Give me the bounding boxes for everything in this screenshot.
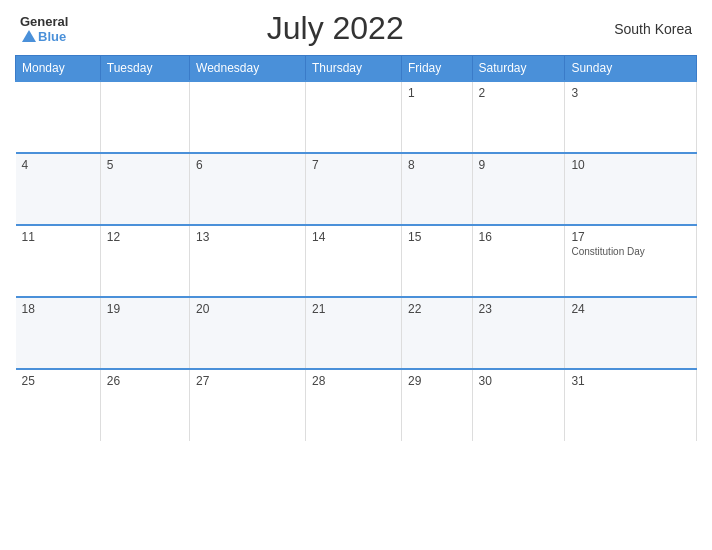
cell-w1-d6: 2 (472, 81, 565, 153)
header-wednesday: Wednesday (190, 56, 306, 82)
cell-w5-d6: 30 (472, 369, 565, 441)
cell-w1-d5: 1 (401, 81, 472, 153)
cell-w2-d4: 7 (305, 153, 401, 225)
cell-w4-d3: 20 (190, 297, 306, 369)
day-number: 10 (571, 158, 690, 172)
week-row-4: 18192021222324 (16, 297, 697, 369)
day-number: 28 (312, 374, 395, 388)
day-number: 15 (408, 230, 466, 244)
cell-w2-d2: 5 (100, 153, 189, 225)
day-number: 24 (571, 302, 690, 316)
cell-w4-d6: 23 (472, 297, 565, 369)
logo-blue-text: Blue (38, 29, 66, 44)
cell-w4-d7: 24 (565, 297, 697, 369)
day-number: 14 (312, 230, 395, 244)
cell-w1-d1 (16, 81, 101, 153)
cell-w2-d3: 6 (190, 153, 306, 225)
day-number: 9 (479, 158, 559, 172)
month-title: July 2022 (68, 10, 602, 47)
day-number: 16 (479, 230, 559, 244)
day-number: 27 (196, 374, 299, 388)
cell-w3-d7: 17Constitution Day (565, 225, 697, 297)
header-tuesday: Tuesday (100, 56, 189, 82)
day-number: 25 (22, 374, 94, 388)
cell-w3-d2: 12 (100, 225, 189, 297)
cell-w3-d4: 14 (305, 225, 401, 297)
day-number: 13 (196, 230, 299, 244)
day-number: 31 (571, 374, 690, 388)
day-number: 3 (571, 86, 690, 100)
week-row-2: 45678910 (16, 153, 697, 225)
week-row-3: 11121314151617Constitution Day (16, 225, 697, 297)
day-number: 23 (479, 302, 559, 316)
day-number: 1 (408, 86, 466, 100)
cell-w5-d7: 31 (565, 369, 697, 441)
header-sunday: Sunday (565, 56, 697, 82)
logo-triangle-icon (22, 30, 36, 42)
cell-w2-d7: 10 (565, 153, 697, 225)
cell-w3-d3: 13 (190, 225, 306, 297)
cell-w5-d5: 29 (401, 369, 472, 441)
day-number: 8 (408, 158, 466, 172)
calendar-container: General Blue July 2022 South Korea Monda… (0, 0, 712, 550)
cell-w5-d2: 26 (100, 369, 189, 441)
day-number: 22 (408, 302, 466, 316)
cell-w5-d4: 28 (305, 369, 401, 441)
day-number: 7 (312, 158, 395, 172)
day-number: 4 (22, 158, 94, 172)
week-row-1: 123 (16, 81, 697, 153)
cell-w3-d6: 16 (472, 225, 565, 297)
cell-w2-d1: 4 (16, 153, 101, 225)
day-number: 11 (22, 230, 94, 244)
cell-w4-d2: 19 (100, 297, 189, 369)
cell-w2-d6: 9 (472, 153, 565, 225)
day-number: 12 (107, 230, 183, 244)
cell-w1-d2 (100, 81, 189, 153)
cell-w3-d1: 11 (16, 225, 101, 297)
cell-w1-d3 (190, 81, 306, 153)
event-text: Constitution Day (571, 246, 644, 257)
country-label: South Korea (602, 21, 692, 37)
cell-w4-d4: 21 (305, 297, 401, 369)
header-saturday: Saturday (472, 56, 565, 82)
weekday-header-row: Monday Tuesday Wednesday Thursday Friday… (16, 56, 697, 82)
day-number: 19 (107, 302, 183, 316)
day-number: 18 (22, 302, 94, 316)
header-friday: Friday (401, 56, 472, 82)
cell-w2-d5: 8 (401, 153, 472, 225)
day-number: 20 (196, 302, 299, 316)
day-number: 6 (196, 158, 299, 172)
day-number: 17 (571, 230, 690, 244)
day-number: 30 (479, 374, 559, 388)
cell-w1-d7: 3 (565, 81, 697, 153)
cell-w4-d1: 18 (16, 297, 101, 369)
header-monday: Monday (16, 56, 101, 82)
day-number: 2 (479, 86, 559, 100)
calendar-grid: Monday Tuesday Wednesday Thursday Friday… (15, 55, 697, 441)
logo-general-text: General (20, 14, 68, 29)
logo: General Blue (20, 14, 68, 44)
cell-w5-d1: 25 (16, 369, 101, 441)
week-row-5: 25262728293031 (16, 369, 697, 441)
cell-w3-d5: 15 (401, 225, 472, 297)
header-thursday: Thursday (305, 56, 401, 82)
cell-w5-d3: 27 (190, 369, 306, 441)
calendar-header: General Blue July 2022 South Korea (15, 10, 697, 47)
cell-w4-d5: 22 (401, 297, 472, 369)
cell-w1-d4 (305, 81, 401, 153)
day-number: 29 (408, 374, 466, 388)
day-number: 21 (312, 302, 395, 316)
day-number: 26 (107, 374, 183, 388)
day-number: 5 (107, 158, 183, 172)
